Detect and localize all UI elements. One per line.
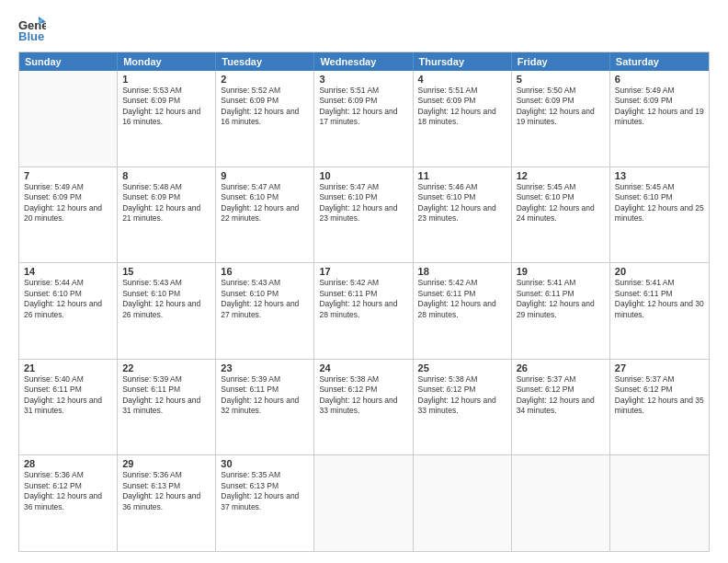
header-day-sunday: Sunday [19, 52, 118, 71]
calendar-cell: 25Sunrise: 5:38 AMSunset: 6:12 PMDayligh… [414, 360, 512, 455]
calendar-cell: 20Sunrise: 5:41 AMSunset: 6:11 PMDayligh… [610, 263, 709, 359]
calendar-cell: 26Sunrise: 5:37 AMSunset: 6:12 PMDayligh… [512, 360, 610, 455]
day-number: 28 [24, 458, 112, 469]
calendar-cell: 4Sunrise: 5:51 AMSunset: 6:09 PMDaylight… [414, 71, 512, 167]
calendar-cell [512, 455, 610, 551]
sun-info: Sunrise: 5:41 AMSunset: 6:11 PMDaylight:… [615, 278, 704, 320]
day-number: 18 [418, 266, 506, 277]
sun-info: Sunrise: 5:42 AMSunset: 6:11 PMDaylight:… [319, 278, 407, 320]
calendar-cell: 19Sunrise: 5:41 AMSunset: 6:11 PMDayligh… [512, 263, 610, 359]
calendar-body: 1Sunrise: 5:53 AMSunset: 6:09 PMDaylight… [19, 71, 709, 551]
calendar-cell: 5Sunrise: 5:50 AMSunset: 6:09 PMDaylight… [512, 71, 610, 167]
calendar-cell: 22Sunrise: 5:39 AMSunset: 6:11 PMDayligh… [118, 360, 216, 455]
calendar-cell: 6Sunrise: 5:49 AMSunset: 6:09 PMDaylight… [610, 71, 709, 167]
sun-info: Sunrise: 5:42 AMSunset: 6:11 PMDaylight:… [418, 278, 506, 320]
sun-info: Sunrise: 5:45 AMSunset: 6:10 PMDaylight:… [517, 182, 605, 224]
header-day-friday: Friday [512, 52, 610, 71]
day-number: 7 [24, 170, 112, 181]
calendar-week-4: 21Sunrise: 5:40 AMSunset: 6:11 PMDayligh… [19, 360, 709, 456]
calendar-cell: 10Sunrise: 5:47 AMSunset: 6:10 PMDayligh… [314, 167, 413, 263]
calendar-cell [314, 455, 413, 551]
calendar-cell: 14Sunrise: 5:44 AMSunset: 6:10 PMDayligh… [19, 263, 118, 359]
calendar-cell: 15Sunrise: 5:43 AMSunset: 6:10 PMDayligh… [118, 263, 216, 359]
day-number: 2 [221, 74, 309, 85]
day-number: 29 [122, 458, 210, 469]
day-number: 22 [122, 362, 210, 373]
sun-info: Sunrise: 5:38 AMSunset: 6:12 PMDaylight:… [319, 374, 407, 417]
calendar-cell [19, 71, 118, 167]
day-number: 6 [615, 74, 704, 85]
day-number: 1 [122, 74, 210, 85]
header-day-tuesday: Tuesday [216, 52, 314, 71]
calendar-cell: 21Sunrise: 5:40 AMSunset: 6:11 PMDayligh… [19, 360, 118, 455]
sun-info: Sunrise: 5:48 AMSunset: 6:09 PMDaylight:… [122, 182, 210, 224]
sun-info: Sunrise: 5:43 AMSunset: 6:10 PMDaylight:… [122, 278, 210, 320]
sun-info: Sunrise: 5:49 AMSunset: 6:09 PMDaylight:… [24, 182, 112, 224]
sun-info: Sunrise: 5:52 AMSunset: 6:09 PMDaylight:… [221, 86, 309, 128]
sun-info: Sunrise: 5:35 AMSunset: 6:13 PMDaylight:… [221, 470, 309, 512]
calendar-cell: 11Sunrise: 5:46 AMSunset: 6:10 PMDayligh… [414, 167, 512, 263]
sun-info: Sunrise: 5:39 AMSunset: 6:11 PMDaylight:… [221, 374, 309, 417]
calendar-cell [610, 455, 709, 551]
logo: General Blue [18, 17, 51, 42]
day-number: 30 [221, 458, 309, 469]
day-number: 23 [221, 362, 309, 373]
sun-info: Sunrise: 5:43 AMSunset: 6:10 PMDaylight:… [221, 278, 309, 320]
day-number: 9 [221, 170, 309, 181]
day-number: 11 [418, 170, 506, 181]
sun-info: Sunrise: 5:37 AMSunset: 6:12 PMDaylight:… [615, 374, 704, 417]
sun-info: Sunrise: 5:47 AMSunset: 6:10 PMDaylight:… [221, 182, 309, 224]
header-day-saturday: Saturday [610, 52, 709, 71]
day-number: 16 [221, 266, 309, 277]
day-number: 3 [319, 74, 407, 85]
calendar-cell: 2Sunrise: 5:52 AMSunset: 6:09 PMDaylight… [216, 71, 314, 167]
sun-info: Sunrise: 5:53 AMSunset: 6:09 PMDaylight:… [122, 86, 210, 128]
calendar-cell: 16Sunrise: 5:43 AMSunset: 6:10 PMDayligh… [216, 263, 314, 359]
calendar-cell: 9Sunrise: 5:47 AMSunset: 6:10 PMDaylight… [216, 167, 314, 263]
sun-info: Sunrise: 5:40 AMSunset: 6:11 PMDaylight:… [24, 374, 112, 417]
day-number: 17 [319, 266, 407, 277]
sun-info: Sunrise: 5:45 AMSunset: 6:10 PMDaylight:… [615, 182, 704, 224]
calendar-cell: 8Sunrise: 5:48 AMSunset: 6:09 PMDaylight… [118, 167, 216, 263]
calendar-week-3: 14Sunrise: 5:44 AMSunset: 6:10 PMDayligh… [19, 263, 709, 360]
calendar-cell: 13Sunrise: 5:45 AMSunset: 6:10 PMDayligh… [610, 167, 709, 263]
calendar-cell: 18Sunrise: 5:42 AMSunset: 6:11 PMDayligh… [414, 263, 512, 359]
day-number: 15 [122, 266, 210, 277]
sun-info: Sunrise: 5:51 AMSunset: 6:09 PMDaylight:… [418, 86, 506, 128]
day-number: 27 [615, 362, 704, 373]
calendar-week-2: 7Sunrise: 5:49 AMSunset: 6:09 PMDaylight… [19, 167, 709, 264]
calendar-cell: 30Sunrise: 5:35 AMSunset: 6:13 PMDayligh… [216, 455, 314, 551]
header-day-thursday: Thursday [414, 52, 512, 71]
day-number: 12 [517, 170, 605, 181]
day-number: 25 [418, 362, 506, 373]
sun-info: Sunrise: 5:44 AMSunset: 6:10 PMDaylight:… [24, 278, 112, 320]
day-number: 10 [319, 170, 407, 181]
header-day-monday: Monday [118, 52, 216, 71]
sun-info: Sunrise: 5:39 AMSunset: 6:11 PMDaylight:… [122, 374, 210, 417]
sun-info: Sunrise: 5:46 AMSunset: 6:10 PMDaylight:… [418, 182, 506, 224]
sun-info: Sunrise: 5:37 AMSunset: 6:12 PMDaylight:… [517, 374, 605, 417]
header-day-wednesday: Wednesday [314, 52, 413, 71]
calendar-header: SundayMondayTuesdayWednesdayThursdayFrid… [19, 52, 709, 71]
calendar-week-5: 28Sunrise: 5:36 AMSunset: 6:12 PMDayligh… [19, 455, 709, 551]
day-number: 20 [615, 266, 704, 277]
sun-info: Sunrise: 5:41 AMSunset: 6:11 PMDaylight:… [517, 278, 605, 320]
calendar-cell: 28Sunrise: 5:36 AMSunset: 6:12 PMDayligh… [19, 455, 118, 551]
sun-info: Sunrise: 5:47 AMSunset: 6:10 PMDaylight:… [319, 182, 407, 224]
calendar-cell: 17Sunrise: 5:42 AMSunset: 6:11 PMDayligh… [314, 263, 413, 359]
header: General Blue [18, 17, 710, 42]
sun-info: Sunrise: 5:38 AMSunset: 6:12 PMDaylight:… [418, 374, 506, 417]
sun-info: Sunrise: 5:51 AMSunset: 6:09 PMDaylight:… [319, 86, 407, 128]
day-number: 21 [24, 362, 112, 373]
sun-info: Sunrise: 5:50 AMSunset: 6:09 PMDaylight:… [517, 86, 605, 128]
sun-info: Sunrise: 5:49 AMSunset: 6:09 PMDaylight:… [615, 86, 704, 128]
sun-info: Sunrise: 5:36 AMSunset: 6:12 PMDaylight:… [24, 470, 112, 512]
calendar-cell: 24Sunrise: 5:38 AMSunset: 6:12 PMDayligh… [314, 360, 413, 455]
calendar-cell: 1Sunrise: 5:53 AMSunset: 6:09 PMDaylight… [118, 71, 216, 167]
day-number: 13 [615, 170, 704, 181]
day-number: 19 [517, 266, 605, 277]
logo-icon: General Blue [18, 17, 46, 42]
day-number: 8 [122, 170, 210, 181]
calendar-cell: 29Sunrise: 5:36 AMSunset: 6:13 PMDayligh… [118, 455, 216, 551]
calendar-cell: 23Sunrise: 5:39 AMSunset: 6:11 PMDayligh… [216, 360, 314, 455]
